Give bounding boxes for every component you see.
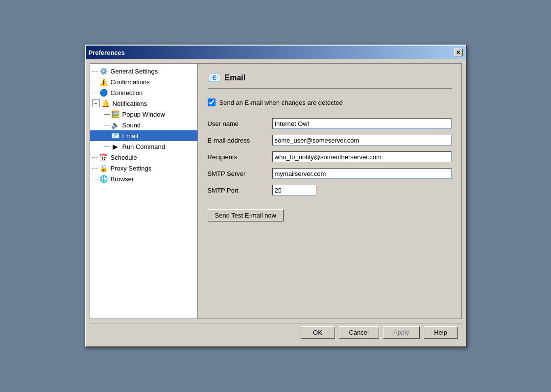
run-command-icon: ▶	[111, 142, 120, 151]
username-label: User name	[208, 120, 266, 127]
close-button[interactable]: ✕	[454, 49, 463, 56]
preferences-dialog: Preferences ✕ ⚙️ General Settings ⚠️ Con…	[85, 45, 467, 347]
send-email-checkbox-row: Send an E-mail when changes are detected	[208, 98, 452, 106]
notifications-icon: 🔔	[101, 99, 111, 108]
send-test-email-button[interactable]: Send Test E-mail now	[208, 209, 284, 221]
browser-icon: 🌐	[99, 174, 109, 183]
main-content: ⚙️ General Settings ⚠️ Confirmations 🔵 C…	[90, 63, 462, 319]
sidebar-item-label: Run Command	[122, 143, 165, 150]
email-address-label: E-mail address	[208, 137, 266, 144]
sidebar-item-label: Connection	[111, 89, 143, 97]
dialog-title: Preferences	[89, 49, 125, 56]
expander-icon[interactable]: −	[92, 99, 100, 107]
help-button[interactable]: Help	[424, 326, 458, 339]
smtp-port-label: SMTP Port	[208, 187, 266, 194]
sidebar: ⚙️ General Settings ⚠️ Confirmations 🔵 C…	[90, 64, 198, 318]
recipients-label: Recipients	[208, 153, 266, 161]
sidebar-item-label: General Settings	[111, 68, 158, 75]
sidebar-item-schedule[interactable]: 📅 Schedule	[90, 152, 197, 163]
popup-window-icon: 🖼️	[111, 110, 120, 119]
sidebar-item-connection[interactable]: 🔵 Connection	[90, 87, 197, 98]
sidebar-item-label: Notifications	[113, 100, 147, 107]
sidebar-item-label: Popup Window	[122, 111, 165, 118]
username-input[interactable]	[272, 118, 452, 129]
sidebar-item-label: Proxy Settings	[111, 165, 152, 172]
sound-icon: 🔈	[111, 121, 120, 129]
sidebar-item-browser[interactable]: 🌐 Browser	[90, 173, 197, 184]
send-email-label: Send an E-mail when changes are detected	[219, 99, 343, 106]
smtp-port-input[interactable]	[272, 185, 316, 196]
smtp-server-input[interactable]	[272, 168, 452, 179]
sidebar-item-email[interactable]: 📧 Email	[90, 130, 197, 141]
panel-title: Email	[225, 74, 246, 82]
sidebar-item-label: Confirmations	[111, 78, 150, 86]
sidebar-item-label: Email	[122, 132, 139, 140]
sidebar-item-popup-window[interactable]: 🖼️ Popup Window	[90, 109, 197, 120]
proxy-settings-icon: 🔒	[99, 164, 109, 172]
panel-header: 📧 Email	[208, 72, 452, 89]
email-panel-icon: 📧	[208, 72, 221, 84]
connection-icon: 🔵	[99, 88, 109, 97]
sidebar-item-general-settings[interactable]: ⚙️ General Settings	[90, 66, 197, 76]
smtp-server-label: SMTP Server	[208, 170, 266, 177]
schedule-icon: 📅	[99, 153, 109, 162]
apply-button[interactable]: Apply	[383, 326, 420, 339]
cancel-button[interactable]: Cancel	[339, 326, 379, 339]
confirmations-icon: ⚠️	[99, 77, 109, 86]
sidebar-item-sound[interactable]: 🔈 Sound	[90, 120, 197, 130]
email-address-input[interactable]	[272, 135, 452, 146]
email-panel: 📧 Email Send an E-mail when changes are …	[198, 64, 461, 318]
sidebar-item-notifications[interactable]: − 🔔 Notifications	[90, 98, 197, 109]
sidebar-item-label: Browser	[111, 175, 134, 183]
sidebar-item-run-command[interactable]: ▶ Run Command	[90, 141, 197, 152]
sidebar-item-label: Sound	[122, 122, 141, 129]
recipients-input[interactable]	[272, 151, 452, 162]
email-form: User name E-mail address Recipients SMTP…	[208, 118, 452, 196]
send-email-checkbox[interactable]	[208, 98, 216, 106]
title-bar: Preferences ✕	[86, 46, 466, 59]
sidebar-item-label: Schedule	[111, 154, 137, 161]
ok-button[interactable]: OK	[301, 326, 335, 339]
email-icon: 📧	[111, 131, 120, 140]
dialog-body: ⚙️ General Settings ⚠️ Confirmations 🔵 C…	[86, 59, 466, 346]
sidebar-item-proxy-settings[interactable]: 🔒 Proxy Settings	[90, 163, 197, 173]
general-settings-icon: ⚙️	[99, 67, 109, 75]
bottom-bar: OK Cancel Apply Help	[90, 323, 462, 343]
sidebar-item-confirmations[interactable]: ⚠️ Confirmations	[90, 76, 197, 87]
